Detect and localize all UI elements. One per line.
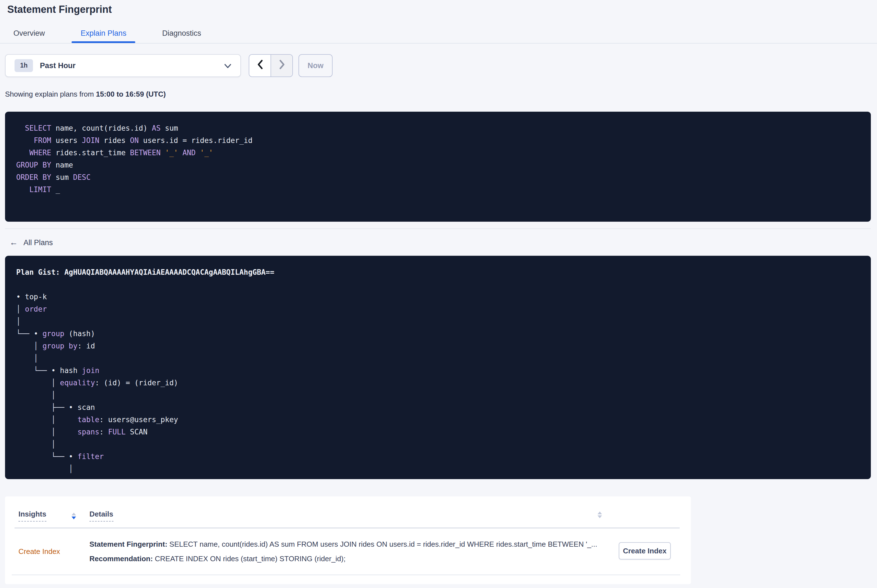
now-button[interactable]: Now bbox=[298, 54, 332, 77]
insight-type-link[interactable]: Create Index bbox=[18, 547, 76, 556]
triangle-down-icon bbox=[597, 515, 602, 518]
all-plans-back-link[interactable]: ← All Plans bbox=[9, 237, 877, 248]
triangle-up-icon bbox=[597, 512, 602, 514]
table-row-divider bbox=[12, 574, 680, 575]
time-range-dropdown[interactable]: 1h Past Hour bbox=[5, 54, 241, 77]
tab-diagnostics-label: Diagnostics bbox=[162, 29, 201, 38]
tab-bar: Overview Explain Plans Diagnostics bbox=[0, 26, 877, 44]
column-header-details[interactable]: Details bbox=[89, 510, 113, 522]
interval-badge: 1h bbox=[15, 59, 33, 72]
page-title: Statement Fingerprint bbox=[0, 0, 877, 16]
time-range-label: Past Hour bbox=[40, 62, 224, 70]
chevron-left-icon bbox=[257, 60, 263, 72]
tab-explain-plans-label: Explain Plans bbox=[81, 29, 126, 38]
section-divider bbox=[5, 228, 871, 229]
column-header-insights[interactable]: Insights bbox=[18, 510, 76, 522]
sql-statement-block: SELECT name, count(rides.id) AS sum FROM… bbox=[5, 112, 871, 222]
plan-gist-block: Plan Gist: AgHUAQIABQAAAAHYAQIAiAEAAAADC… bbox=[5, 256, 871, 479]
showing-range-text: Showing explain plans from 15:00 to 16:5… bbox=[5, 90, 877, 98]
tab-overview[interactable]: Overview bbox=[5, 26, 54, 43]
showing-range-prefix: Showing explain plans from bbox=[5, 90, 96, 98]
triangle-up-icon bbox=[72, 513, 76, 515]
tab-diagnostics[interactable]: Diagnostics bbox=[153, 26, 210, 43]
tab-overview-label: Overview bbox=[14, 29, 45, 38]
create-index-button[interactable]: Create Index bbox=[619, 542, 671, 560]
all-plans-label: All Plans bbox=[24, 238, 53, 246]
time-controls: 1h Past Hour Now bbox=[5, 54, 877, 77]
chevron-down-icon bbox=[224, 61, 232, 70]
time-pager bbox=[249, 54, 293, 77]
tab-explain-plans[interactable]: Explain Plans bbox=[72, 26, 135, 43]
details-sort-control[interactable] bbox=[597, 512, 602, 518]
column-header-details-label: Details bbox=[89, 510, 113, 522]
statement-fingerprint-page: Statement Fingerprint Overview Explain P… bbox=[0, 0, 877, 588]
insights-card: Insights Details Create Index Statement … bbox=[5, 496, 691, 584]
chevron-right-icon bbox=[279, 60, 285, 72]
insights-sort-control[interactable] bbox=[72, 513, 76, 519]
next-range-button[interactable] bbox=[271, 55, 292, 76]
insights-table-header: Insights Details bbox=[5, 496, 691, 522]
table-row: Create Index Statement Fingerprint: SELE… bbox=[5, 528, 691, 574]
showing-range-bold: 15:00 to 16:59 (UTC) bbox=[96, 90, 166, 98]
previous-range-button[interactable] bbox=[249, 55, 271, 76]
insight-details-cell: Statement Fingerprint: SELECT name, coun… bbox=[89, 537, 606, 566]
column-header-insights-label: Insights bbox=[18, 510, 47, 522]
arrow-left-icon: ← bbox=[9, 237, 18, 248]
active-tab-underline bbox=[72, 41, 135, 43]
triangle-down-icon bbox=[72, 516, 76, 519]
